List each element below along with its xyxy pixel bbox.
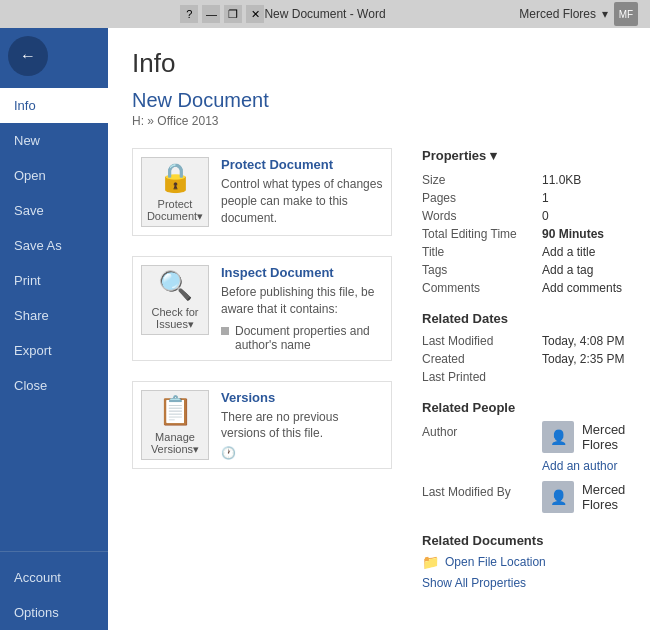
sidebar-item-saveas[interactable]: Save As [0,228,108,263]
date-row-printed: Last Printed [422,368,626,386]
help-button[interactable]: ? [180,5,198,23]
author-name: Merced Flores [582,422,626,452]
date-row-modified: Last Modified Today, 4:08 PM [422,332,626,350]
related-dates-table: Last Modified Today, 4:08 PM Created Tod… [422,332,626,386]
date-row-created: Created Today, 2:35 PM [422,350,626,368]
author-avatar-icon: 👤 [550,429,567,445]
prop-row-pages: Pages 1 [422,189,626,207]
back-icon: ← [20,47,36,65]
sidebar-item-info[interactable]: Info [0,88,108,123]
left-section: 🔒 Protect Document▾ Protect Document Con… [132,148,392,596]
sidebar-item-new[interactable]: New [0,123,108,158]
author-row: Author 👤 Merced Flores Add an author [422,421,626,481]
sidebar-item-options[interactable]: Options [0,595,108,630]
protect-document-button[interactable]: 🔒 Protect Document▾ [141,157,209,227]
protect-document-block: 🔒 Protect Document▾ Protect Document Con… [132,148,392,236]
main-content: Info New Document H: » Office 2013 🔒 Pro… [108,28,650,630]
protect-document-label: Protect Document▾ [147,198,203,223]
versions-text: There are no previous versions of this f… [221,409,383,443]
protect-document-text: Control what types of changes people can… [221,176,383,226]
prop-row-editing-time: Total Editing Time 90 Minutes [422,225,626,243]
minimize-button[interactable]: — [202,5,220,23]
inspect-icon: 🔍 [158,269,193,302]
user-avatar: MF [614,2,638,26]
author-person-row: 👤 Merced Flores [542,421,626,453]
versions-clock-icon: 🕐 [221,446,236,460]
folder-icon: 📁 [422,554,439,570]
prop-row-words: Words 0 [422,207,626,225]
sidebar-divider [0,551,108,552]
modifier-avatar: 👤 [542,481,574,513]
user-area: Merced Flores ▾ MF [519,2,638,26]
sections: 🔒 Protect Document▾ Protect Document Con… [132,148,626,596]
back-button[interactable]: ← [8,36,48,76]
versions-title: Versions [221,390,383,405]
sidebar-item-save[interactable]: Save [0,193,108,228]
inspect-document-title: Inspect Document [221,265,383,280]
doc-title: New Document [132,89,626,112]
doc-path: H: » Office 2013 [132,114,626,128]
modifier-avatar-icon: 👤 [550,489,567,505]
titlebar-title: New Document - Word [264,7,385,21]
bullet-icon [221,327,229,335]
user-avatar-dropdown[interactable]: ▾ [602,7,608,21]
restore-button[interactable]: ❐ [224,5,242,23]
author-avatar: 👤 [542,421,574,453]
inspect-sub-item: Document properties and author's name [221,324,383,352]
modifier-person-row: 👤 Merced Flores [542,481,626,513]
check-issues-button[interactable]: 🔍 Check for Issues▾ [141,265,209,335]
add-author-link[interactable]: Add an author [542,459,626,473]
versions-note: 🕐 [221,446,383,460]
properties-table: Size 11.0KB Pages 1 Words 0 Total Editin… [422,171,626,297]
close-button[interactable]: ✕ [246,5,264,23]
prop-row-title: Title Add a title [422,243,626,261]
right-section: Properties ▾ Size 11.0KB Pages 1 Words 0 [422,148,626,596]
sidebar-item-print[interactable]: Print [0,263,108,298]
manage-versions-button[interactable]: 📋 Manage Versions▾ [141,390,209,460]
avatar-initials: MF [619,9,633,20]
versions-desc: Versions There are no previous versions … [221,390,383,461]
related-people-header: Related People [422,400,626,415]
sidebar-item-open[interactable]: Open [0,158,108,193]
window-controls: ? — ❐ ✕ [180,5,264,23]
related-people-table: Author 👤 Merced Flores Add an author [422,421,626,519]
protect-document-desc: Protect Document Control what types of c… [221,157,383,226]
versions-icon: 📋 [158,394,193,427]
user-name: Merced Flores [519,7,596,21]
manage-versions-label: Manage Versions▾ [151,431,199,456]
sidebar-item-share[interactable]: Share [0,298,108,333]
inspect-document-block: 🔍 Check for Issues▾ Inspect Document Bef… [132,256,392,361]
protect-document-title: Protect Document [221,157,383,172]
check-issues-label: Check for Issues▾ [151,306,198,331]
app-body: ← Info New Open Save Save As Print Share [0,28,650,630]
versions-block: 📋 Manage Versions▾ Versions There are no… [132,381,392,470]
sidebar-item-export[interactable]: Export [0,333,108,368]
page-title: Info [132,48,626,79]
prop-row-comments: Comments Add comments [422,279,626,297]
show-all-properties-link[interactable]: Show All Properties [422,576,626,590]
sidebar-nav: Info New Open Save Save As Print Share E… [0,88,108,403]
properties-title: Properties ▾ [422,148,626,163]
sidebar-item-close[interactable]: Close [0,368,108,403]
related-docs-header: Related Documents [422,533,626,548]
inspect-document-desc: Inspect Document Before publishing this … [221,265,383,352]
prop-row-size: Size 11.0KB [422,171,626,189]
sidebar-item-account[interactable]: Account [0,560,108,595]
related-dates-header: Related Dates [422,311,626,326]
modifier-name: Merced Flores [582,482,626,512]
prop-row-tags: Tags Add a tag [422,261,626,279]
sidebar-bottom: Account Options [0,543,108,630]
sidebar: ← Info New Open Save Save As Print Share [0,28,108,630]
titlebar: ? — ❐ ✕ New Document - Word Merced Flore… [0,0,650,28]
last-modified-by-row: Last Modified By 👤 Merced Flores [422,481,626,519]
inspect-document-text: Before publishing this file, be aware th… [221,284,383,318]
open-file-location-link[interactable]: 📁 Open File Location [422,554,626,570]
lock-icon: 🔒 [158,161,193,194]
